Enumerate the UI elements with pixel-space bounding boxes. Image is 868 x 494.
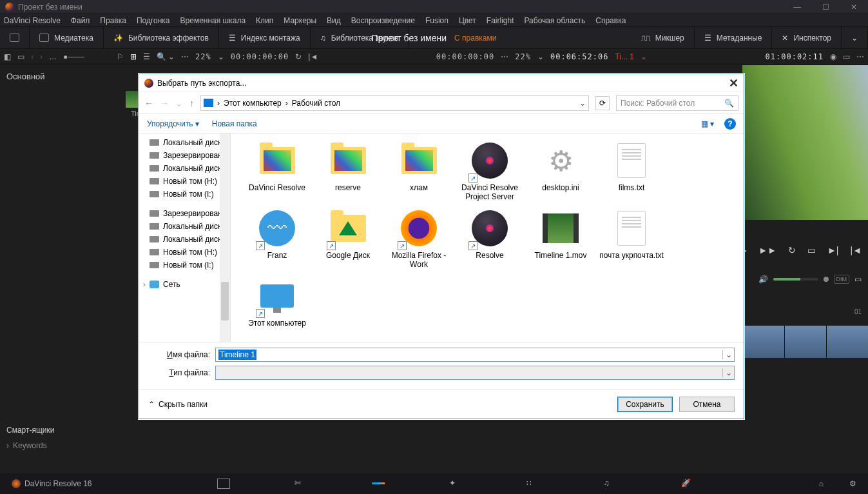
cut-page-icon[interactable]: ✄ bbox=[294, 479, 307, 489]
address-bar[interactable]: › Этот компьютер › Рабочий стол ⌄ bbox=[200, 95, 589, 111]
list-icon[interactable]: ☰ bbox=[143, 52, 150, 61]
grid-icon[interactable]: ⊞ bbox=[130, 52, 137, 61]
layout-toggle-icon[interactable]: ◧ bbox=[4, 52, 11, 61]
smart-bins-header[interactable]: Смарт-ящики bbox=[6, 426, 55, 435]
menu-item[interactable]: Клип bbox=[256, 16, 273, 25]
zoom-left[interactable]: 22% bbox=[195, 52, 211, 61]
more-icon[interactable]: … bbox=[49, 52, 57, 61]
loop-icon[interactable]: ↻ bbox=[295, 52, 302, 61]
back-button[interactable]: ← bbox=[144, 98, 153, 108]
volume-slider[interactable] bbox=[773, 278, 818, 281]
tree-item[interactable]: Зарезервирован bbox=[139, 149, 230, 162]
tree-item-network[interactable]: ›Сеть bbox=[139, 278, 230, 291]
loop-icon[interactable]: ↻ bbox=[788, 245, 796, 255]
tree-item[interactable]: Зарезервировано bbox=[139, 207, 230, 220]
next-clip-icon[interactable]: ►| bbox=[827, 245, 839, 255]
new-folder-button[interactable]: Новая папка bbox=[212, 119, 257, 128]
settings-icon[interactable]: ⚙ bbox=[849, 479, 856, 488]
menu-item[interactable]: Fusion bbox=[425, 16, 448, 25]
edit-page-icon[interactable] bbox=[372, 482, 385, 484]
chevron-down-icon[interactable]: ⌄ bbox=[641, 52, 647, 61]
menu-item[interactable]: Справка bbox=[595, 16, 626, 25]
match-frame-icon[interactable]: ▭ bbox=[807, 245, 816, 255]
next-icon[interactable]: › bbox=[40, 52, 43, 61]
cancel-button[interactable]: Отмена bbox=[679, 397, 735, 412]
panel-tab-more[interactable]: ⌄ bbox=[842, 27, 868, 48]
chevron-down-icon[interactable]: ⌄ bbox=[218, 52, 224, 61]
panel-tab-expand[interactable] bbox=[0, 27, 30, 48]
menu-item[interactable]: DaVinci Resolve bbox=[4, 16, 61, 25]
scrub-slider[interactable]: ●─── bbox=[63, 52, 84, 61]
media-page-icon[interactable] bbox=[217, 479, 230, 489]
tree-item[interactable]: Локальный диск bbox=[139, 220, 230, 233]
dialog-close-button[interactable]: ✕ bbox=[729, 76, 738, 90]
filetype-select[interactable]: ⌄ bbox=[215, 366, 735, 380]
file-item[interactable]: reserve bbox=[314, 140, 381, 201]
marker-icon[interactable]: ⚐ bbox=[117, 52, 124, 61]
file-item[interactable]: хлам bbox=[385, 140, 452, 201]
dim-button[interactable]: DIM bbox=[834, 275, 850, 284]
file-item[interactable]: Timeline 1.mov bbox=[527, 208, 594, 269]
organize-button[interactable]: Упорядочить ▾ bbox=[147, 119, 199, 128]
filetype-dropdown[interactable]: ⌄ bbox=[722, 368, 734, 377]
tree-item[interactable]: Новый том (I:) bbox=[139, 188, 230, 201]
more-icon[interactable]: ⋯ bbox=[181, 52, 189, 61]
file-item[interactable]: DaVinci Resolve bbox=[244, 140, 311, 201]
panel-tab-media[interactable]: Медиатека bbox=[30, 27, 104, 48]
filename-input[interactable]: Timeline 1 ⌄ bbox=[215, 348, 735, 362]
file-item[interactable]: ↗Google Диск bbox=[314, 208, 381, 269]
tree-item[interactable]: Локальный диск bbox=[139, 136, 230, 149]
home-icon[interactable]: ⌂ bbox=[819, 479, 824, 488]
refresh-button[interactable]: ⟳ bbox=[595, 96, 610, 110]
save-button[interactable]: Сохранить bbox=[617, 397, 673, 412]
up-button[interactable]: ↑ bbox=[189, 98, 194, 108]
zoom-right[interactable]: 22% bbox=[515, 52, 531, 61]
fairlight-page-icon[interactable]: ♫ bbox=[604, 479, 617, 489]
tree-item[interactable]: Локальный диск bbox=[139, 233, 230, 246]
options-icon[interactable]: ▭ bbox=[843, 52, 850, 61]
more-icon[interactable]: ⋯ bbox=[501, 52, 508, 61]
timeline-thumbnails[interactable] bbox=[742, 326, 868, 358]
menu-item[interactable]: Цвет bbox=[459, 16, 476, 25]
breadcrumb-folder[interactable]: Рабочий стол bbox=[292, 99, 340, 108]
timeline-name[interactable]: Ti... 1 bbox=[615, 52, 634, 61]
help-button[interactable]: ? bbox=[724, 118, 736, 130]
menu-item[interactable]: Fairlight bbox=[487, 16, 514, 25]
file-item[interactable]: ↗Resolve bbox=[456, 208, 523, 269]
panel-tab-metadata[interactable]: ☰Метаданные bbox=[695, 27, 773, 48]
file-item[interactable]: 〰↗Franz bbox=[244, 208, 311, 269]
more-icon[interactable]: ⋯ bbox=[856, 52, 864, 61]
last-frame-icon[interactable]: |◄ bbox=[851, 245, 862, 255]
file-item[interactable]: ↗Этот компьютер bbox=[244, 275, 311, 328]
recent-dropdown[interactable]: ⌄ bbox=[175, 98, 183, 108]
speaker-icon[interactable]: 🔊 bbox=[758, 275, 768, 284]
next-frame-icon[interactable]: ►► bbox=[758, 245, 776, 255]
tree-item[interactable]: Локальный диск bbox=[139, 162, 230, 175]
tree-item[interactable]: Новый том (H:) bbox=[139, 175, 230, 188]
tree-item[interactable]: Новый том (I:) bbox=[139, 259, 230, 272]
in-out-icon[interactable]: |◄ bbox=[308, 52, 318, 61]
hide-folders-toggle[interactable]: ⌃ Скрыть папки bbox=[148, 400, 207, 409]
minimize-button[interactable]: — bbox=[783, 3, 811, 12]
file-item[interactable]: films.txt bbox=[598, 140, 665, 201]
color-wheel-icon[interactable]: ◉ bbox=[830, 52, 836, 61]
address-dropdown[interactable]: ⌄ bbox=[579, 99, 586, 108]
panel-tab-effects[interactable]: ✨Библиотека эффектов bbox=[104, 27, 219, 48]
menu-item[interactable]: Подгонка bbox=[137, 16, 170, 25]
menu-item[interactable]: Воспроизведение bbox=[351, 16, 415, 25]
panel-tab-inspector[interactable]: ✕Инспектор bbox=[772, 27, 842, 48]
menu-item[interactable]: Временная шкала bbox=[180, 16, 246, 25]
menu-item[interactable]: Маркеры bbox=[284, 16, 316, 25]
program-viewer[interactable] bbox=[742, 65, 868, 220]
file-item[interactable]: ↗DaVinci Resolve Project Server bbox=[456, 140, 523, 201]
settings-icon[interactable]: ▭ bbox=[854, 275, 862, 284]
menu-item[interactable]: Правка bbox=[100, 16, 126, 25]
filename-dropdown[interactable]: ⌄ bbox=[722, 350, 734, 359]
color-page-icon[interactable]: ∷ bbox=[526, 479, 539, 489]
view-mode-button[interactable]: ▦ ▾ bbox=[701, 119, 714, 128]
deliver-page-icon[interactable]: 🚀 bbox=[681, 479, 694, 489]
monitor-toggle-icon[interactable]: ▭ bbox=[17, 52, 24, 61]
tree-scrollbar[interactable] bbox=[220, 133, 230, 342]
panel-tab-mixer[interactable]: ⎍⎍Микшер bbox=[632, 27, 695, 48]
file-item[interactable]: ⚙desktop.ini bbox=[527, 140, 594, 201]
